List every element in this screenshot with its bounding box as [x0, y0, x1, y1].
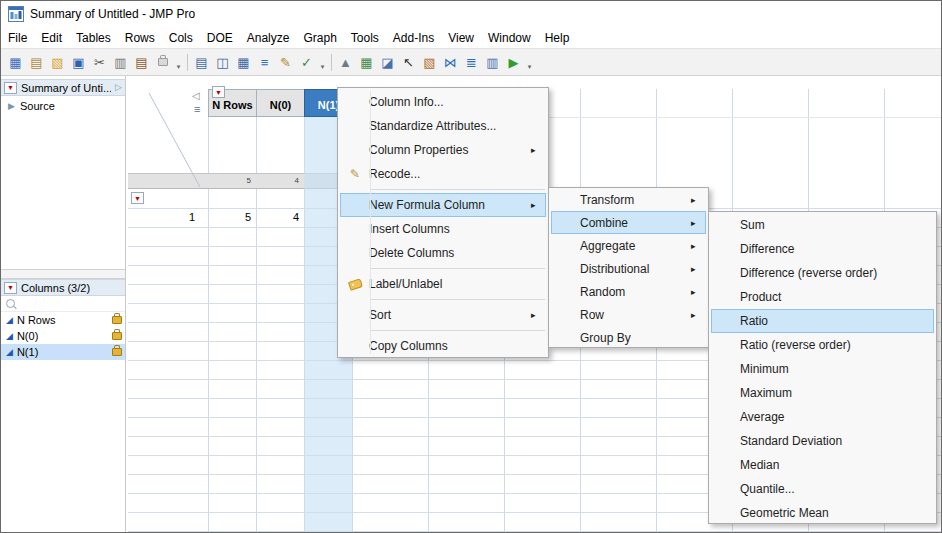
- search-icon: [6, 299, 15, 308]
- cut-icon[interactable]: ✂: [89, 52, 110, 73]
- menubar-item-view[interactable]: View: [441, 28, 481, 48]
- menu-item-ratio-reverse-order[interactable]: Ratio (reverse order): [711, 333, 934, 357]
- columns-search-box[interactable]: [1, 296, 125, 312]
- menubar-item-tables[interactable]: Tables: [69, 28, 118, 48]
- columns-panel-header: ▼ Columns (3/2): [1, 279, 125, 296]
- table-edit-icon[interactable]: ▧: [419, 52, 440, 73]
- menu-item-copy-columns[interactable]: Copy Columns: [340, 334, 546, 358]
- menu-item-difference-reverse-order[interactable]: Difference (reverse order): [711, 261, 934, 285]
- menu-item-row[interactable]: Row▸: [551, 303, 706, 326]
- menu-item-label: Column Properties: [369, 143, 531, 157]
- menu-item-sort[interactable]: Sort▸: [340, 303, 546, 327]
- menu-item-difference[interactable]: Difference: [711, 237, 934, 261]
- menubar-item-edit[interactable]: Edit: [34, 28, 69, 48]
- menubar-item-analyze[interactable]: Analyze: [240, 28, 297, 48]
- open-icon[interactable]: ▧: [47, 52, 68, 73]
- source-item[interactable]: ▶ Source: [1, 96, 125, 112]
- menu-item-standard-deviation[interactable]: Standard Deviation: [711, 429, 934, 453]
- cell-row1-n-rows[interactable]: 5: [208, 208, 256, 227]
- menubar-item-rows[interactable]: Rows: [118, 28, 162, 48]
- sort-icon[interactable]: ▲: [335, 52, 356, 73]
- copy-icon[interactable]: ▥: [110, 52, 131, 73]
- toolbar-separator: [187, 54, 188, 71]
- run-script-icon[interactable]: ▶: [503, 52, 524, 73]
- menu-item-minimum[interactable]: Minimum: [711, 357, 934, 381]
- toolbar: ▦▤▧▣✂▥▤▾▤◫▦≡✎✓▾▲▦◪↖▧⋈≣▥▶▾: [1, 48, 941, 76]
- toolbar-overflow-icon[interactable]: ▾: [317, 52, 328, 73]
- menu-item-standardize-attributes[interactable]: Standardize Attributes...: [340, 114, 546, 138]
- selection-arrow-icon[interactable]: ↖: [398, 52, 419, 73]
- columns-list-item-n-rows[interactable]: ◢N Rows: [1, 312, 125, 328]
- sidebar: ▼ Summary of Unti... ▷ ▶ Source ▼ Column…: [1, 76, 126, 532]
- data-lock-icon[interactable]: [152, 52, 173, 73]
- menu-item-ratio[interactable]: Ratio: [711, 309, 934, 333]
- menu-item-average[interactable]: Average: [711, 405, 934, 429]
- menubar-item-file[interactable]: File: [1, 28, 34, 48]
- menu-item-label: Insert Columns: [369, 222, 531, 236]
- menu-item-label: Column Info...: [369, 95, 531, 109]
- column-header-n-0[interactable]: N(0): [256, 89, 305, 117]
- new-data-table-icon[interactable]: ▦: [5, 52, 26, 73]
- columns-list-item-n-1[interactable]: ◢N(1): [1, 344, 125, 360]
- columns-menu-red-triangle-icon[interactable]: ▼: [212, 86, 225, 98]
- graph-window-icon[interactable]: ◪: [377, 52, 398, 73]
- panel-collapse-icon[interactable]: ▷: [115, 83, 122, 92]
- columns-list: ◢N Rows◢N(0)◢N(1): [1, 312, 125, 360]
- menubar-item-doe[interactable]: DOE: [200, 28, 240, 48]
- menu-item-geometric-mean[interactable]: Geometric Mean: [711, 501, 934, 525]
- menu-item-combine[interactable]: Combine▸: [551, 211, 706, 234]
- menubar-item-window[interactable]: Window: [481, 28, 538, 48]
- annotate-icon[interactable]: ✎: [275, 52, 296, 73]
- new-column-icon[interactable]: ▦: [356, 52, 377, 73]
- menubar-item-help[interactable]: Help: [538, 28, 577, 48]
- menu-item-maximum[interactable]: Maximum: [711, 381, 934, 405]
- split-window-icon[interactable]: ▦: [233, 52, 254, 73]
- menu-item-random[interactable]: Random▸: [551, 280, 706, 303]
- menu-item-quantile[interactable]: Quantile...: [711, 477, 934, 501]
- formula-check-icon[interactable]: ✓: [296, 52, 317, 73]
- menu-item-transform[interactable]: Transform▸: [551, 188, 706, 211]
- menu-item-column-properties[interactable]: Column Properties▸: [340, 138, 546, 162]
- menu-item-column-info[interactable]: Column Info...: [340, 90, 546, 114]
- collapse-table-panel-icon[interactable]: ◁: [192, 91, 200, 101]
- menubar-item-add-ins[interactable]: Add-Ins: [386, 28, 441, 48]
- menu-item-distributional[interactable]: Distributional▸: [551, 257, 706, 280]
- menu-item-new-formula-column[interactable]: New Formula Column▸: [340, 193, 546, 217]
- journal-icon[interactable]: ▤: [191, 52, 212, 73]
- lock-icon: [112, 348, 122, 356]
- disclosure-triangle-icon[interactable]: ▶: [8, 102, 15, 111]
- toolbar-overflow-icon[interactable]: ▾: [524, 52, 535, 73]
- continuous-column-icon: ◢: [6, 316, 13, 325]
- menu-item-label: Standard Deviation: [740, 434, 919, 448]
- grid-column-line: [304, 89, 305, 532]
- submenu-arrow-icon: ▸: [691, 241, 705, 251]
- tabulate-icon[interactable]: ≡: [254, 52, 275, 73]
- toolbar-overflow-icon[interactable]: ▾: [173, 52, 184, 73]
- rows-menu-red-triangle-icon[interactable]: ▼: [131, 192, 144, 204]
- menubar-item-tools[interactable]: Tools: [344, 28, 386, 48]
- stack-columns-icon[interactable]: ≣: [461, 52, 482, 73]
- data-table-icon[interactable]: ▥: [482, 52, 503, 73]
- panel-splitter[interactable]: [1, 269, 125, 279]
- menu-item-insert-columns[interactable]: Insert Columns: [340, 217, 546, 241]
- columns-view-icon[interactable]: ≡: [194, 104, 200, 115]
- menubar-item-graph[interactable]: Graph: [296, 28, 343, 48]
- menu-item-product[interactable]: Product: [711, 285, 934, 309]
- menu-item-label-unlabel[interactable]: Label/Unlabel: [340, 272, 546, 296]
- menu-item-delete-columns[interactable]: Delete Columns: [340, 241, 546, 265]
- join-tables-icon[interactable]: ⋈: [440, 52, 461, 73]
- save-icon[interactable]: ▣: [68, 52, 89, 73]
- table-red-triangle-icon[interactable]: ▼: [4, 82, 17, 94]
- paste-icon[interactable]: ▤: [131, 52, 152, 73]
- menu-item-median[interactable]: Median: [711, 453, 934, 477]
- new-journal-icon[interactable]: ▤: [26, 52, 47, 73]
- cell-row1-n-0[interactable]: 4: [256, 208, 304, 227]
- menu-item-recode[interactable]: ✎Recode...: [340, 162, 546, 186]
- menubar-item-cols[interactable]: Cols: [162, 28, 200, 48]
- menu-item-group-by[interactable]: Group By: [551, 326, 706, 349]
- columns-list-item-n-0[interactable]: ◢N(0): [1, 328, 125, 344]
- menu-item-sum[interactable]: Sum: [711, 213, 934, 237]
- columns-red-triangle-icon[interactable]: ▼: [4, 282, 17, 294]
- menu-item-aggregate[interactable]: Aggregate▸: [551, 234, 706, 257]
- layout-window-icon[interactable]: ◫: [212, 52, 233, 73]
